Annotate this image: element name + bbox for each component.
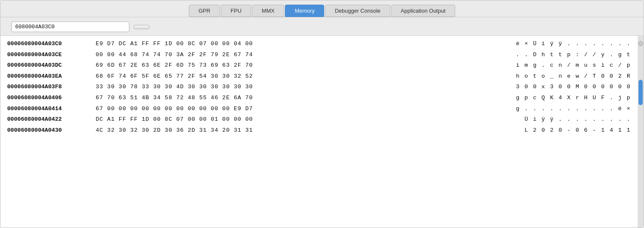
table-row: 00006080004A0422DC A1 FF FF 1D 00 8C 07 … xyxy=(0,114,638,125)
memory-content-area: 00006080004A03C0E9 D7 DC A1 FF FF 1D 00 … xyxy=(0,35,644,228)
mem-address: 00006080004A03DC xyxy=(7,61,96,70)
mem-hex: 00 00 44 68 74 74 70 3A 2F 2F 79 2E 67 7… xyxy=(96,50,507,60)
mem-ascii: h o t o _ n e w / T 0 0 2 R xyxy=(507,72,631,81)
scrollbar-track[interactable] xyxy=(638,36,644,228)
scrollbar-up-arrow[interactable] xyxy=(638,41,643,46)
table-row: 00006080004A040667 70 63 51 4B 34 58 72 … xyxy=(0,92,638,103)
mem-hex: 69 6D 67 2E 63 6E 2F 6D 75 73 69 63 2F 7… xyxy=(96,61,507,70)
mem-ascii: . . D h t t p : / / y . g t xyxy=(507,50,631,60)
memory-dump[interactable]: 00006080004A03C0E9 D7 DC A1 FF FF 1D 00 … xyxy=(0,36,638,228)
scrollbar-thumb[interactable] xyxy=(639,80,643,105)
table-row: 00006080004A03DC69 6D 67 2E 63 6E 2F 6D … xyxy=(0,60,638,71)
table-row: 00006080004A03EA68 6F 74 6F 5F 6E 65 77 … xyxy=(0,71,638,82)
mem-ascii: L 2 0 2 0 - 0 6 - 1 4 1 1 xyxy=(516,126,631,135)
mem-hex: 33 30 30 78 33 30 30 4D 30 30 30 30 30 3… xyxy=(96,82,507,92)
mem-address: 00006080004A0430 xyxy=(7,126,96,135)
mem-address: 00006080004A03F8 xyxy=(7,82,96,92)
tab-bar: GPRFPUMMXMemoryDebugger ConsoleApplicati… xyxy=(0,0,644,17)
tab-application-output[interactable]: Application Output xyxy=(391,5,455,17)
mem-hex: 68 6F 74 6F 5F 6E 65 77 2F 54 30 30 32 5… xyxy=(96,72,507,81)
mem-hex: 4C 32 30 32 30 2D 30 36 2D 31 34 20 31 3… xyxy=(96,126,516,135)
table-row: 00006080004A03CE00 00 44 68 74 74 70 3A … xyxy=(0,49,638,60)
mem-hex: E9 D7 DC A1 FF FF 1D 00 8C 07 00 00 04 0… xyxy=(96,39,507,49)
mem-ascii: 3 0 0 x 3 0 0 M 0 0 0 0 0 0 xyxy=(507,82,631,92)
mem-address: 00006080004A0414 xyxy=(7,104,96,114)
tab-fpu[interactable]: FPU xyxy=(221,5,251,17)
tab-mmx[interactable]: MMX xyxy=(252,5,284,17)
mem-address: 00006080004A03EA xyxy=(7,72,96,81)
tab-memory[interactable]: Memory xyxy=(285,5,324,17)
mem-hex: 67 70 63 51 4B 34 58 72 48 55 46 2E 6A 7… xyxy=(96,93,507,103)
mem-address: 00006080004A0406 xyxy=(7,93,96,103)
mem-hex: DC A1 FF FF 1D 00 8C 07 00 00 01 00 00 0… xyxy=(96,115,516,124)
mem-address: 00006080004A03C0 xyxy=(7,39,96,49)
main-window: GPRFPUMMXMemoryDebugger ConsoleApplicati… xyxy=(0,0,644,228)
tab-gpr[interactable]: GPR xyxy=(189,5,220,17)
refresh-button[interactable] xyxy=(134,25,150,29)
mem-ascii: Ü i ÿ ÿ . . . . . . . . . xyxy=(516,115,631,124)
mem-ascii: é × Ü i ÿ ÿ . . . . . . . . xyxy=(507,39,631,49)
table-row: 00006080004A04304C 32 30 32 30 2D 30 36 … xyxy=(0,125,638,136)
address-bar xyxy=(0,17,644,35)
mem-ascii: g . . . . . . . . . . . é × xyxy=(507,104,631,114)
mem-address: 00006080004A03CE xyxy=(7,50,96,60)
table-row: 00006080004A041467 00 00 00 00 00 00 00 … xyxy=(0,103,638,114)
address-input[interactable] xyxy=(11,22,129,32)
table-row: 00006080004A03C0E9 D7 DC A1 FF FF 1D 00 … xyxy=(0,38,638,49)
table-row: 00006080004A03F833 30 30 78 33 30 30 4D … xyxy=(0,81,638,92)
tab-debugger-console[interactable]: Debugger Console xyxy=(325,5,390,17)
mem-ascii: g p c Q K 4 X r H U F . j p xyxy=(507,93,631,103)
mem-address: 00006080004A0422 xyxy=(7,115,96,124)
mem-ascii: i m g . c n / m u s i c / p xyxy=(507,61,631,70)
mem-hex: 67 00 00 00 00 00 00 00 00 00 00 00 E9 D… xyxy=(96,104,507,114)
